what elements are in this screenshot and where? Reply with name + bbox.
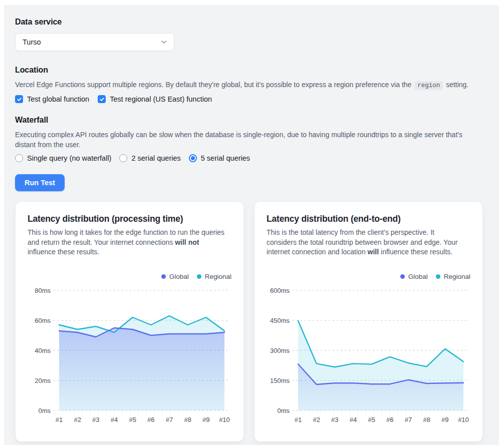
radio-5-serial-queries[interactable]: 5 serial queries xyxy=(189,154,250,162)
chart-title: Latency distribution (end-to-end) xyxy=(267,214,470,224)
svg-text:#6: #6 xyxy=(147,416,154,423)
latency-chart-processing-time[interactable]: 0ms20ms40ms60ms80ms#1#2#3#4#5#6#7#8#9#10 xyxy=(28,284,232,430)
svg-text:#10: #10 xyxy=(458,416,469,423)
svg-text:0ms: 0ms xyxy=(38,406,51,414)
svg-text:#4: #4 xyxy=(350,416,357,423)
svg-text:#8: #8 xyxy=(184,416,191,423)
radio-label: Single query (no waterfall) xyxy=(27,154,111,162)
waterfall-radio-group: Single query (no waterfall) 2 serial que… xyxy=(15,154,483,162)
waterfall-description: Executing complex API routes globally ca… xyxy=(15,130,483,150)
legend-item-global[interactable]: Global xyxy=(400,273,428,280)
checkbox-icon xyxy=(98,95,106,103)
legend-item-regional[interactable]: Regional xyxy=(436,273,470,280)
location-description: Vercel Edge Functions support multiple r… xyxy=(15,80,483,91)
checkbox-label: Test regional (US East) function xyxy=(110,95,212,103)
location-heading: Location xyxy=(15,66,483,75)
svg-text:#5: #5 xyxy=(368,416,375,423)
legend-item-regional[interactable]: Regional xyxy=(197,273,231,280)
legend-dot-regional-icon xyxy=(436,274,440,279)
svg-text:#2: #2 xyxy=(74,416,81,423)
svg-text:600ms: 600ms xyxy=(270,286,290,294)
legend-dot-global-icon xyxy=(400,274,405,279)
legend-dot-regional-icon xyxy=(197,274,201,279)
legend-item-global[interactable]: Global xyxy=(161,273,189,280)
chart-legend: Global Regional xyxy=(28,273,231,280)
svg-text:#4: #4 xyxy=(111,416,118,423)
svg-text:#1: #1 xyxy=(295,416,302,423)
svg-text:#1: #1 xyxy=(56,416,63,423)
svg-text:#6: #6 xyxy=(386,416,393,423)
chevron-down-icon xyxy=(160,39,167,46)
svg-text:#3: #3 xyxy=(92,416,99,423)
charts-row: Latency distribution (processing time) T… xyxy=(15,201,483,442)
svg-text:#7: #7 xyxy=(166,416,173,423)
data-service-selected-value: Turso xyxy=(23,38,41,46)
svg-text:#10: #10 xyxy=(219,416,230,423)
svg-text:#8: #8 xyxy=(423,416,430,423)
chart-card-end-to-end: Latency distribution (end-to-end) This i… xyxy=(254,201,483,442)
radio-2-serial-queries[interactable]: 2 serial queries xyxy=(119,154,180,162)
chart-title: Latency distribution (processing time) xyxy=(28,214,231,224)
radio-label: 2 serial queries xyxy=(131,154,180,162)
legend-dot-global-icon xyxy=(161,274,166,279)
svg-text:#7: #7 xyxy=(405,416,412,423)
latency-chart-end-to-end[interactable]: 0ms150ms300ms450ms600ms#1#2#3#4#5#6#7#8#… xyxy=(267,284,471,430)
svg-text:#9: #9 xyxy=(441,416,448,423)
location-checkbox-group: Test global function Test regional (US E… xyxy=(15,95,483,103)
svg-text:#3: #3 xyxy=(331,416,338,423)
checkbox-label: Test global function xyxy=(27,95,89,103)
svg-text:80ms: 80ms xyxy=(35,286,51,294)
chart-legend: Global Regional xyxy=(267,273,470,280)
data-service-heading: Data service xyxy=(15,18,483,27)
radio-single-query[interactable]: Single query (no waterfall) xyxy=(15,154,111,162)
app-container: Data service Turso Location Vercel Edge … xyxy=(4,5,499,445)
svg-text:60ms: 60ms xyxy=(35,316,51,324)
checkbox-test-regional[interactable]: Test regional (US East) function xyxy=(98,95,212,103)
svg-text:#5: #5 xyxy=(129,416,136,423)
chart-description: This is how long it takes for the edge f… xyxy=(28,228,225,257)
waterfall-heading: Waterfall xyxy=(15,116,483,125)
svg-text:300ms: 300ms xyxy=(270,346,290,354)
svg-text:150ms: 150ms xyxy=(270,376,290,384)
radio-icon xyxy=(189,154,197,162)
radio-icon xyxy=(119,154,127,162)
region-code-chip: region xyxy=(414,81,443,90)
svg-text:0ms: 0ms xyxy=(277,406,290,414)
radio-icon xyxy=(15,154,23,162)
svg-text:20ms: 20ms xyxy=(35,376,51,384)
svg-text:450ms: 450ms xyxy=(270,316,290,324)
data-service-select[interactable]: Turso xyxy=(15,33,174,51)
chart-description: This is the total latency from the clien… xyxy=(267,228,464,257)
run-test-button[interactable]: Run Test xyxy=(15,174,65,191)
chart-card-processing-time: Latency distribution (processing time) T… xyxy=(15,201,244,442)
checkbox-icon xyxy=(15,95,23,103)
svg-text:#2: #2 xyxy=(313,416,320,423)
svg-text:40ms: 40ms xyxy=(35,346,51,354)
checkbox-test-global[interactable]: Test global function xyxy=(15,95,89,103)
svg-text:#9: #9 xyxy=(202,416,209,423)
radio-label: 5 serial queries xyxy=(201,154,250,162)
